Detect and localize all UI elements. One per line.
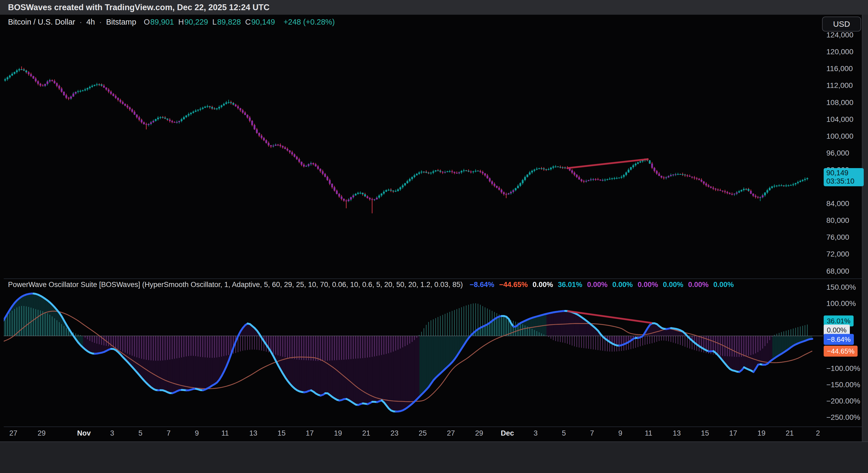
interval-label: 4h xyxy=(86,18,95,26)
oscillator-axis-label: 150.00% xyxy=(826,283,856,292)
ohlc-letter: O xyxy=(144,18,150,26)
last-price-value: 90,149 xyxy=(826,169,864,177)
price-axis-label: 100,000 xyxy=(826,132,853,141)
ohlc-value: 89,901 xyxy=(150,18,174,26)
time-axis-label: 17 xyxy=(306,429,314,438)
time-axis-label: 11 xyxy=(645,429,652,438)
time-axis-label: 9 xyxy=(618,429,622,438)
time-axis-label: 11 xyxy=(221,429,229,438)
price-countdown: 03:35:10 xyxy=(826,177,864,185)
indicator-value: −8.64% xyxy=(469,280,494,289)
price-axis-label: 80,000 xyxy=(826,216,849,225)
chart-canvas[interactable] xyxy=(0,0,868,473)
indicator-value: 0.00% xyxy=(612,280,633,289)
time-axis-label: 17 xyxy=(729,429,737,438)
tradingview-screenshot: BOSWaves created with TradingView.com, D… xyxy=(0,0,868,473)
oscillator-axis-label: −250.00% xyxy=(826,413,860,422)
price-axis-label: 124,000 xyxy=(826,31,853,39)
price-axis-label: 112,000 xyxy=(826,81,853,90)
time-axis-label: 3 xyxy=(110,429,114,438)
time-axis-label: 13 xyxy=(249,429,257,438)
ohlc-letter: C xyxy=(245,18,251,26)
time-axis-label: 3 xyxy=(534,429,538,438)
time-axis-label: 21 xyxy=(786,429,794,438)
change-value: +248 (+0.28%) xyxy=(284,18,335,26)
oscillator-axis-label: −100.00% xyxy=(826,364,860,373)
ohlc-value: 89,828 xyxy=(217,18,241,26)
indicator-value: 0.00% xyxy=(587,280,608,289)
time-axis-label: 21 xyxy=(362,429,370,438)
time-axis-label: 5 xyxy=(138,429,142,438)
currency-button-label: USD xyxy=(833,20,850,29)
indicator-value: −44.65% xyxy=(499,280,528,289)
time-axis-label: 19 xyxy=(334,429,342,438)
time-axis-label: 29 xyxy=(38,429,46,438)
oscillator-axis-label: −200.00% xyxy=(826,397,860,405)
price-axis-label: 120,000 xyxy=(826,48,853,56)
time-axis-label: 27 xyxy=(9,429,18,438)
time-axis-label: 13 xyxy=(673,429,681,438)
indicator-value: 0.00% xyxy=(638,280,658,289)
indicator-values: −8.64%−44.65%0.00%36.01%0.00%0.00%0.00%0… xyxy=(465,280,734,289)
indicator-value: 36.01% xyxy=(558,280,583,289)
time-axis-label: 7 xyxy=(590,429,594,438)
time-axis-label: Dec xyxy=(501,429,514,438)
separator-dot: · xyxy=(99,18,102,26)
time-axis-label: 25 xyxy=(419,429,427,438)
ohlc-letter: L xyxy=(212,18,217,26)
time-axis-label: 15 xyxy=(701,429,709,438)
price-axis-label: 96,000 xyxy=(826,149,849,157)
price-axis-label: 104,000 xyxy=(826,115,853,124)
oscillator-axis-label: −150.00% xyxy=(826,381,860,389)
footer-bar: TradingView xyxy=(0,441,868,473)
indicator-title: PowerWave Oscillator Suite [BOSWaves] (H… xyxy=(8,280,463,289)
time-axis-label: 27 xyxy=(447,429,455,438)
time-axis-label: 2 xyxy=(816,429,820,438)
separator-dot: · xyxy=(79,18,82,26)
ohlc-values: O89,901H90,229L89,828C90,149 xyxy=(144,18,279,26)
ohlc-value: 90,229 xyxy=(184,18,208,26)
symbol-legend[interactable]: Bitcoin / U.S. Dollar · 4h · Bitstamp O8… xyxy=(8,18,337,26)
time-axis-label: 15 xyxy=(278,429,285,438)
indicator-value: 0.00% xyxy=(713,280,734,289)
time-axis-label: 23 xyxy=(391,429,399,438)
oscillator-value-tag: −44.65% xyxy=(824,346,858,357)
time-axis-label: Nov xyxy=(77,429,91,438)
price-axis-label: 84,000 xyxy=(826,199,849,208)
oscillator-axis-label: 100.00% xyxy=(826,299,856,308)
time-axis-label: 29 xyxy=(475,429,483,438)
price-axis-label: 108,000 xyxy=(826,98,853,107)
symbol-name: Bitcoin / U.S. Dollar xyxy=(8,18,75,26)
indicator-value: 0.00% xyxy=(663,280,683,289)
indicator-value: 0.00% xyxy=(532,280,553,289)
price-axis-label: 76,000 xyxy=(826,233,849,242)
indicator-legend[interactable]: PowerWave Oscillator Suite [BOSWaves] (H… xyxy=(8,280,734,289)
currency-button[interactable]: USD xyxy=(822,17,861,32)
price-axis-label: 72,000 xyxy=(826,250,849,258)
oscillator-value-tag: −8.64% xyxy=(824,334,854,345)
time-axis-label: 19 xyxy=(757,429,766,438)
ohlc-letter: H xyxy=(178,18,184,26)
time-axis-label: 9 xyxy=(195,429,199,438)
time-axis-label: 7 xyxy=(167,429,170,438)
time-axis-label: 5 xyxy=(562,429,566,438)
price-axis-label: 68,000 xyxy=(826,267,849,275)
indicator-value: 0.00% xyxy=(688,280,709,289)
exchange-label: Bitstamp xyxy=(106,18,136,26)
ohlc-value: 90,149 xyxy=(251,18,275,26)
last-price-tag: 90,14903:35:10 xyxy=(824,168,864,186)
price-axis-label: 116,000 xyxy=(826,64,853,73)
